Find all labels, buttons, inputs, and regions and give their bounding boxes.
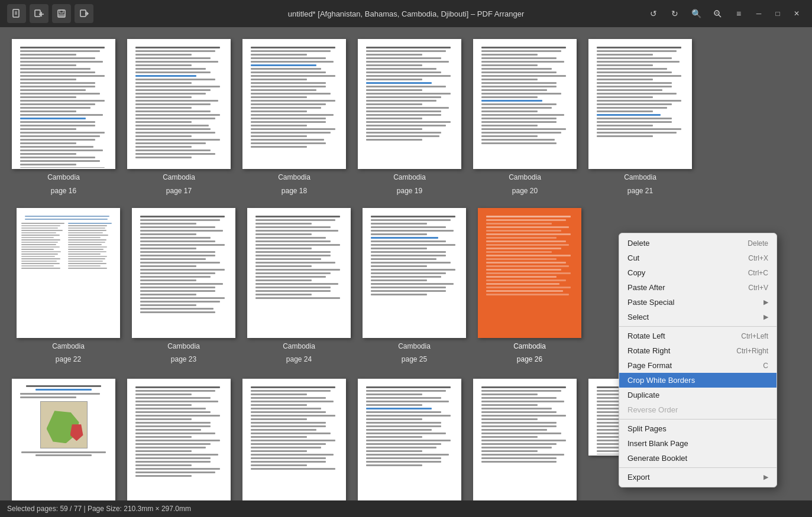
list-item[interactable]: Cambodia page 21 bbox=[588, 39, 692, 196]
page-country-label: Cambodia bbox=[513, 342, 546, 352]
zoom-in-button[interactable]: 🔍 bbox=[687, 4, 706, 23]
page-thumbnail[interactable] bbox=[358, 39, 461, 169]
menu-item-cut[interactable]: Cut Ctrl+X bbox=[619, 251, 777, 265]
page-number-label: page 19 bbox=[397, 186, 422, 196]
page-thumbnail[interactable] bbox=[242, 379, 346, 500]
export-button[interactable] bbox=[75, 4, 93, 23]
list-item[interactable]: Djibouti page 3 bbox=[242, 379, 346, 500]
menu-item-rotate-right-shortcut: Ctrl+Right bbox=[736, 347, 768, 355]
minimize-button[interactable]: ─ bbox=[750, 5, 767, 22]
page-country-label: Cambodia bbox=[163, 173, 195, 183]
page-country-label: Cambodia bbox=[398, 342, 431, 352]
page-number-label: page 23 bbox=[171, 355, 196, 365]
menu-item-page-format-label: Page Format bbox=[627, 361, 751, 370]
context-menu: Delete Delete Cut Ctrl+X Copy Ctrl+C Pas… bbox=[619, 233, 777, 487]
list-item[interactable]: Cambodia page 16 bbox=[12, 39, 115, 196]
list-item[interactable]: Cambodia page 23 bbox=[132, 208, 235, 365]
page-thumbnail[interactable] bbox=[473, 379, 577, 500]
menu-item-copy-label: Copy bbox=[627, 268, 736, 277]
toolbar-left bbox=[7, 4, 93, 23]
menu-item-rotate-left-label: Rotate Left bbox=[627, 331, 729, 340]
menu-item-copy[interactable]: Copy Ctrl+C bbox=[619, 265, 777, 280]
window-title: untitled* [Afghanistan, Bahamas, Cambodi… bbox=[288, 9, 525, 18]
list-item[interactable]: Djibouti page 1 bbox=[12, 379, 115, 500]
page-thumbnail[interactable] bbox=[363, 208, 466, 338]
chevron-right-icon: ▶ bbox=[764, 313, 768, 321]
menu-item-copy-shortcut: Ctrl+C bbox=[748, 269, 768, 277]
list-item[interactable]: Cambodia page 26 bbox=[478, 208, 581, 365]
list-item[interactable]: Cambodia page 22 bbox=[17, 208, 120, 365]
list-item[interactable]: Djibouti page 4 bbox=[358, 379, 461, 500]
svg-rect-4 bbox=[35, 10, 40, 17]
list-item[interactable]: Cambodia page 17 bbox=[127, 39, 231, 196]
list-item[interactable]: Djibouti page 5 bbox=[473, 379, 577, 500]
menu-item-duplicate-label: Duplicate bbox=[627, 391, 768, 399]
page-number-label: page 22 bbox=[56, 355, 81, 365]
main-content: Cambodia page 16 bbox=[0, 27, 812, 500]
page-country-label: Cambodia bbox=[52, 342, 85, 352]
svg-line-13 bbox=[719, 15, 721, 17]
page-thumbnail[interactable] bbox=[12, 379, 115, 500]
save-button[interactable] bbox=[52, 4, 71, 23]
statusbar: Selected pages: 59 / 77 | Page Size: 210… bbox=[0, 500, 812, 517]
page-thumbnail[interactable] bbox=[247, 208, 351, 338]
page-number-label: page 24 bbox=[286, 355, 312, 365]
page-country-label: Cambodia bbox=[624, 173, 656, 183]
page-thumbnail[interactable] bbox=[127, 379, 231, 500]
list-item[interactable]: Cambodia page 24 bbox=[247, 208, 351, 365]
page-thumbnail[interactable] bbox=[127, 39, 231, 169]
menu-item-generate-booklet[interactable]: Generate Booklet bbox=[619, 451, 777, 466]
menu-item-paste-special[interactable]: Paste Special ▶ bbox=[619, 295, 777, 310]
rotate-cw-button[interactable]: ↻ bbox=[665, 4, 684, 23]
menu-item-reverse-order: Reverse Order bbox=[619, 402, 777, 417]
page-thumbnail[interactable] bbox=[12, 39, 115, 169]
titlebar: untitled* [Afghanistan, Bahamas, Cambodi… bbox=[0, 0, 812, 27]
chevron-right-icon: ▶ bbox=[764, 298, 768, 306]
list-item[interactable]: Cambodia page 19 bbox=[358, 39, 461, 196]
maximize-button[interactable]: □ bbox=[769, 5, 786, 22]
menu-item-generate-booklet-label: Generate Booklet bbox=[627, 454, 768, 463]
menu-item-duplicate[interactable]: Duplicate bbox=[619, 388, 777, 402]
list-item[interactable]: Cambodia page 20 bbox=[473, 39, 577, 196]
svg-rect-9 bbox=[59, 14, 64, 17]
close-button[interactable]: ✕ bbox=[788, 5, 805, 22]
menu-item-insert-blank-page-label: Insert Blank Page bbox=[627, 439, 768, 448]
menu-item-page-format[interactable]: Page Format C bbox=[619, 358, 777, 373]
rotate-ccw-button[interactable]: ↺ bbox=[644, 4, 663, 23]
menu-item-rotate-left[interactable]: Rotate Left Ctrl+Left bbox=[619, 329, 777, 343]
menu-item-rotate-left-shortcut: Ctrl+Left bbox=[741, 332, 768, 340]
menu-item-cut-label: Cut bbox=[627, 253, 736, 262]
page-country-label: Cambodia bbox=[47, 173, 80, 183]
page-thumbnail[interactable] bbox=[473, 39, 577, 169]
menu-item-reverse-order-label: Reverse Order bbox=[627, 405, 768, 414]
zoom-out-button[interactable] bbox=[708, 4, 727, 23]
menu-item-page-format-shortcut: C bbox=[763, 362, 768, 370]
menu-item-rotate-right[interactable]: Rotate Right Ctrl+Right bbox=[619, 343, 777, 358]
page-thumbnail[interactable] bbox=[132, 208, 235, 338]
menu-item-split-pages[interactable]: Split Pages bbox=[619, 421, 777, 436]
menu-item-export-label: Export bbox=[627, 473, 764, 482]
page-thumbnail-selected[interactable] bbox=[478, 208, 581, 338]
menu-item-delete[interactable]: Delete Delete bbox=[619, 236, 777, 251]
page-number-label: page 20 bbox=[512, 186, 538, 196]
toolbar-right: ↺ ↻ 🔍 ≡ ─ □ ✕ bbox=[644, 4, 805, 23]
page-country-label: Cambodia bbox=[167, 342, 200, 352]
page-thumbnail[interactable] bbox=[242, 39, 346, 169]
list-item[interactable]: Cambodia page 25 bbox=[363, 208, 466, 365]
page-country-label: Cambodia bbox=[278, 173, 310, 183]
page-country-label: Cambodia bbox=[283, 342, 315, 352]
menu-item-export[interactable]: Export ▶ bbox=[619, 470, 777, 485]
menu-item-select[interactable]: Select ▶ bbox=[619, 310, 777, 324]
list-item[interactable]: Cambodia page 18 bbox=[242, 39, 346, 196]
menu-item-delete-label: Delete bbox=[627, 239, 736, 248]
menu-item-crop-white-borders[interactable]: Crop White Borders bbox=[619, 373, 777, 388]
page-thumbnail[interactable] bbox=[588, 39, 692, 169]
menu-item-insert-blank-page[interactable]: Insert Blank Page bbox=[619, 436, 777, 451]
menu-button[interactable]: ≡ bbox=[729, 4, 748, 23]
new-button[interactable] bbox=[7, 4, 26, 23]
menu-item-paste-after[interactable]: Paste After Ctrl+V bbox=[619, 280, 777, 295]
add-button[interactable] bbox=[30, 4, 48, 23]
page-thumbnail[interactable] bbox=[17, 208, 120, 338]
list-item[interactable]: Djibouti page 2 bbox=[127, 379, 231, 500]
page-thumbnail[interactable] bbox=[358, 379, 461, 500]
